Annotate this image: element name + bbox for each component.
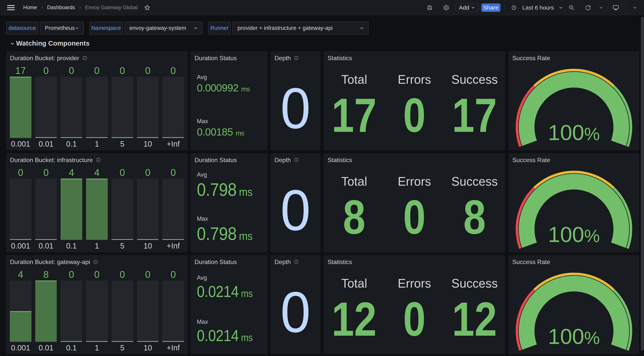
panel-title-text: Statistics xyxy=(328,258,352,265)
bar-value: 4 xyxy=(60,166,82,178)
toolbar-collapse-chevron-icon[interactable] xyxy=(631,3,639,12)
menu-toggle-icon[interactable] xyxy=(7,4,15,12)
star-icon[interactable] xyxy=(144,4,150,11)
bar-fill xyxy=(10,311,32,342)
panel-title[interactable]: Duration Bucket: gateway-api xyxy=(6,256,187,266)
panel-title[interactable]: Duration Bucket: provider xyxy=(6,52,187,62)
save-dashboard-icon[interactable] xyxy=(425,3,434,12)
bar-track xyxy=(10,178,32,240)
statistics-label: Total xyxy=(341,276,367,290)
bar-column: 01 xyxy=(86,64,108,148)
statistics-cell-errors: Errors0 xyxy=(384,164,444,252)
bar-x-label: 10 xyxy=(137,140,159,148)
panel-title[interactable]: Depth xyxy=(271,256,320,266)
bar-column: 41 xyxy=(86,166,108,250)
chevron-down-icon xyxy=(360,26,364,31)
dashboard-settings-icon[interactable] xyxy=(442,3,450,12)
panel-title[interactable]: Depth xyxy=(271,154,320,164)
stat-unit: ms xyxy=(241,332,252,343)
panel-statistics: StatisticsTotal12Errors0Success12 xyxy=(324,256,505,354)
bar-x-label: 0.01 xyxy=(35,140,57,148)
info-icon xyxy=(294,158,299,162)
zoom-out-icon[interactable] xyxy=(567,3,576,12)
time-range-picker[interactable]: Last 6 hours xyxy=(505,4,563,11)
bar-column: 0+Inf xyxy=(162,64,184,148)
bar-x-label: 10 xyxy=(137,344,159,352)
panel-title-text: Duration Bucket: infrastructure xyxy=(10,156,93,164)
bar-fill xyxy=(137,239,159,240)
share-button[interactable]: Share xyxy=(481,4,500,12)
bar-value: 17 xyxy=(10,64,32,76)
panel-title-text: Statistics xyxy=(328,54,352,62)
bar-value: 0 xyxy=(137,166,159,178)
panel-title[interactable]: Duration Bucket: infrastructure xyxy=(6,154,187,164)
panel-title[interactable]: Statistics xyxy=(324,256,505,266)
variable-value-datasource[interactable]: Prometheus xyxy=(40,22,84,34)
time-range-label: Last 6 hours xyxy=(522,4,554,11)
panel-title-text: Statistics xyxy=(328,156,352,164)
panel-success-rate: Success Rate100% xyxy=(509,154,639,252)
bar-x-label: 5 xyxy=(112,242,133,250)
statistics-label: Errors xyxy=(398,174,431,188)
bar-value: 0 xyxy=(86,64,108,76)
stat-label: Max xyxy=(197,118,267,125)
stat-unit: ms xyxy=(241,85,250,93)
bar-fill xyxy=(162,341,184,342)
panel-title[interactable]: Duration Status xyxy=(191,52,267,62)
statistics-cell-success: Success17 xyxy=(444,62,505,150)
bar-x-label: 1 xyxy=(86,344,108,352)
stat-label: Avg xyxy=(197,274,267,281)
bar-column: 010 xyxy=(137,64,159,148)
bar-track xyxy=(60,280,82,342)
statistics-cell-success: Success8 xyxy=(444,164,505,252)
add-button[interactable]: Add xyxy=(456,4,478,12)
stat-value: 0.0214 xyxy=(197,282,239,301)
bar-x-label: +Inf xyxy=(162,140,184,148)
bar-fill xyxy=(35,280,57,342)
bar-column: 00.1 xyxy=(60,64,82,148)
statistics-value: 17 xyxy=(332,91,377,139)
scrollbar-thumb[interactable] xyxy=(641,17,644,351)
gauge-wrap: 100% xyxy=(509,256,639,354)
tv-mode-icon[interactable] xyxy=(612,3,620,12)
breadcrumb-separator-icon: › xyxy=(78,4,82,10)
bar-column: 40.001 xyxy=(10,268,32,352)
variable-label-runner[interactable]: Runner xyxy=(208,22,231,34)
clock-icon xyxy=(511,5,516,10)
bar-column: 00.001 xyxy=(10,166,32,250)
statistics-value: 8 xyxy=(463,193,486,241)
statistics-cell-total: Total17 xyxy=(324,62,384,150)
refresh-interval-chevron-icon[interactable] xyxy=(598,3,604,12)
refresh-icon[interactable] xyxy=(584,3,592,12)
bar-value: 0 xyxy=(137,268,159,279)
bar-value: 0 xyxy=(112,64,133,76)
breadcrumb-dashboards[interactable]: Dashboards xyxy=(47,4,75,10)
gauge-value: 100% xyxy=(548,222,600,246)
panel-title-text: Duration Status xyxy=(194,156,237,164)
stat-label: Avg xyxy=(197,171,267,178)
bar-column: 05 xyxy=(112,64,133,148)
gauge-value: 100% xyxy=(548,324,600,348)
variable-label-namespace[interactable]: Namespace xyxy=(90,22,123,34)
bar-value: 0 xyxy=(60,64,82,76)
bar-x-label: 0.001 xyxy=(10,242,32,250)
variable-label-datasource[interactable]: datasource xyxy=(6,22,38,34)
variable-value-namespace[interactable]: envoy-gateway-system xyxy=(124,22,202,34)
bar-track xyxy=(162,178,184,240)
bar-fill xyxy=(86,137,108,138)
stat-list: Avg0.000992msMax0.00185ms xyxy=(191,62,267,150)
bar-column: 0+Inf xyxy=(162,268,184,352)
breadcrumb-home[interactable]: Home xyxy=(23,4,37,10)
panel-title[interactable]: Statistics xyxy=(324,154,505,164)
row-header-watching-components[interactable]: Watching Components xyxy=(0,34,644,47)
panel-title[interactable]: Duration Status xyxy=(191,256,267,266)
variable-value-runner[interactable]: provider + infrastructure + gateway-api xyxy=(232,22,368,34)
bar-column: 010 xyxy=(137,268,159,352)
panel-title[interactable]: Depth xyxy=(271,52,320,62)
panel-success-rate: Success Rate100% xyxy=(509,52,639,150)
bar-value: 0 xyxy=(35,64,57,76)
panel-title[interactable]: Statistics xyxy=(324,52,505,62)
panel-title[interactable]: Duration Status xyxy=(191,154,267,164)
bar-track xyxy=(137,178,159,240)
bar-value: 0 xyxy=(162,64,184,76)
